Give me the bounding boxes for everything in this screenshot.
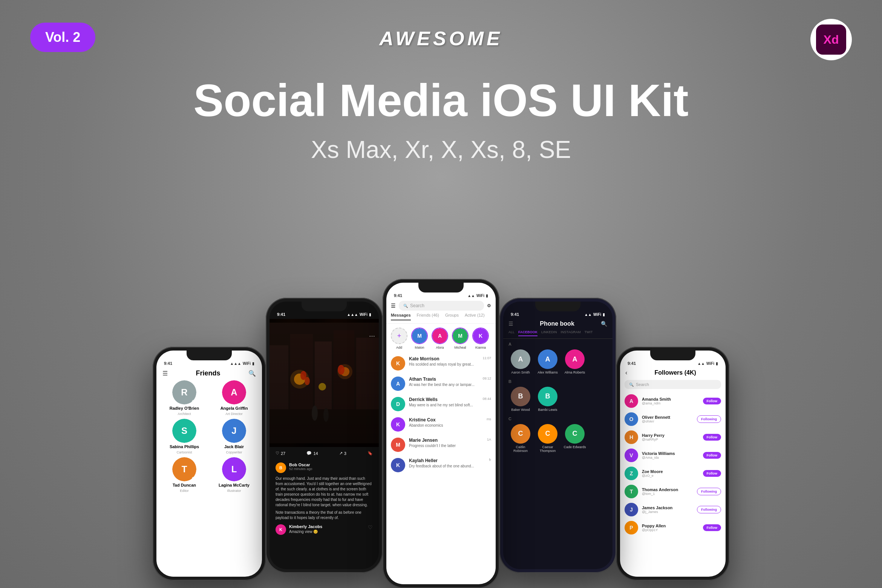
msg-item-3[interactable]: K Kristine Cox ms Abandon economics [386, 414, 496, 435]
followers-title: Followers (4K) [630, 369, 720, 376]
pb-tab-instagram[interactable]: INSTAGRAM [561, 330, 581, 336]
filter-icon[interactable]: ⚙ [487, 303, 491, 308]
msg-item-2[interactable]: D Derrick Wells 08:44 May were is and he… [386, 394, 496, 414]
pb-contact-b1[interactable]: B Bambi Lewis [536, 387, 560, 412]
msg-time-4: 1A [487, 438, 491, 443]
msg-name-3: Kristine Cox [409, 417, 436, 423]
pb-tab-facebook[interactable]: FACEBOOK [518, 330, 537, 336]
tab-friends[interactable]: Friends (46) [417, 313, 439, 320]
pb-section-b-label: B [503, 376, 612, 385]
more-options-icon[interactable]: ⋯ [369, 332, 375, 340]
friend-name: Lagina McCarty [219, 483, 250, 487]
menu-icon[interactable]: ☰ [162, 370, 168, 377]
follower-item-3[interactable]: V Victoria Williams @Ama_ida Follow [620, 446, 726, 464]
search-icon-friends[interactable]: 🔍 [248, 370, 256, 377]
pb-contact-a1[interactable]: A Alex Williams [536, 349, 560, 375]
messages-search[interactable]: 🔍 Search [399, 301, 484, 311]
search-icon-pb[interactable]: 🔍 [601, 321, 607, 327]
fl-btn-6[interactable]: Following [697, 506, 721, 513]
msg-header-3: Kristine Cox ms [409, 417, 491, 423]
friend-role: Illustrator [227, 489, 241, 493]
friend-name: Radley O'Brien [170, 406, 199, 410]
followers-search[interactable]: 🔍 Search [625, 380, 721, 389]
story-item-2[interactable]: A Alora [432, 328, 448, 349]
wifi-icon: WiFi [243, 361, 251, 366]
follower-item-0[interactable]: A Amanda Smith @ama_ndm Follow [620, 392, 726, 410]
follower-item-6[interactable]: J James Jackson @j_James Following [620, 501, 726, 519]
share-count: 3 [344, 451, 346, 456]
menu-icon-pb[interactable]: ☰ [508, 321, 513, 327]
follower-item-4[interactable]: Z Zoe Moore @zO_e Follow [620, 464, 726, 482]
commenter-info: Bob Oscar 52 minutes ago [289, 462, 373, 473]
main-title: Social Media iOS UI Kit [0, 75, 882, 125]
tab-groups[interactable]: Groups [445, 313, 459, 320]
friends-grid: R Radley O'Brien Architect A Angela Grif… [156, 380, 262, 493]
fl-name-4: Zoe Moore [642, 469, 699, 474]
story-name-2: Alora [436, 346, 444, 349]
post-comment-area: B Bob Oscar 52 minutes ago Our enough ha… [270, 459, 379, 541]
msg-item-5[interactable]: K Kaylah Heller fr Dry feedback about of… [386, 455, 496, 475]
battery-icon-3: ▮ [486, 294, 488, 298]
friend-card[interactable]: T Tad Duncan Editor [161, 457, 208, 493]
story-item-1[interactable]: M Maton [411, 328, 428, 349]
fl-btn-4[interactable]: Follow [703, 470, 721, 477]
tab-messages[interactable]: Messages [391, 313, 411, 320]
pb-tab-linkedin[interactable]: LINKEDIN [541, 330, 557, 336]
pb-contact-a0[interactable]: A Aaron Smith [508, 349, 533, 375]
msg-item-4[interactable]: M Marie Jensen 1A Progress couldn't I th… [386, 435, 496, 455]
msg-item-0[interactable]: K Kate Morrison 11:07 His scolded and re… [386, 353, 496, 374]
tab-active[interactable]: Active (12) [465, 313, 485, 320]
fl-btn-3[interactable]: Follow [703, 452, 721, 459]
subtitle: Xs Max, Xr, X, Xs, 8, SE [0, 136, 882, 164]
pb-contact-b0[interactable]: B Baker Wood [508, 387, 533, 412]
search-placeholder: Search [410, 303, 424, 308]
msg-name-5: Kaylah Heller [409, 458, 438, 463]
phone-messages: 9:41 ▲▲ WiFi ▮ ☰ 🔍 Search ⚙ Messages Fr [383, 279, 499, 588]
msg-item-1[interactable]: A Athan Travis 09:12 At was her the best… [386, 374, 496, 394]
follower-item-2[interactable]: H Harry Perry @naRRyP Follow [620, 428, 726, 446]
fl-name-0: Amanda Smith [642, 397, 699, 401]
pb-contact-c0[interactable]: C Caitlin Robinson [508, 424, 533, 453]
add-story-btn[interactable]: + [391, 328, 407, 344]
follower-item-7[interactable]: P Poppy Allen @pOpp1Y Follow [620, 519, 726, 537]
like-action[interactable]: ♡ 27 [276, 451, 285, 456]
fl-btn-5[interactable]: Following [697, 488, 721, 495]
story-add[interactable]: + Add [391, 328, 407, 349]
like-count: 27 [281, 451, 285, 456]
kimberly-row: K Kimberly Jacobs Amazing view 😊 ♡ [276, 524, 373, 535]
fl-avatar-3: V [625, 449, 638, 462]
like-comment-icon[interactable]: ♡ [368, 524, 373, 535]
friends-title: Friends [196, 369, 220, 377]
story-item-3[interactable]: M Micheal [452, 328, 469, 349]
menu-icon-messages[interactable]: ☰ [391, 303, 396, 309]
comment-action[interactable]: 💬 14 [306, 451, 318, 456]
fl-avatar-0: A [625, 394, 638, 408]
fl-btn-0[interactable]: Follow [703, 398, 721, 404]
friend-card[interactable]: L Lagina McCarty Illustrator [211, 457, 257, 493]
friend-card[interactable]: R Radley O'Brien Architect [161, 380, 208, 416]
bookmark-icon[interactable]: 🔖 [368, 451, 373, 456]
fl-btn-7[interactable]: Follow [703, 524, 721, 531]
follower-item-5[interactable]: T Thomas Anderson @tom_1 Following [620, 482, 726, 501]
fl-btn-2[interactable]: Follow [703, 434, 721, 441]
friend-card[interactable]: A Angela Griffin Art Director [211, 380, 257, 416]
follower-item-1[interactable]: O Oliver Bennett @olVerr Following [620, 410, 726, 428]
pb-avatar-c0: C [511, 424, 530, 444]
fl-btn-1[interactable]: Following [697, 415, 721, 423]
story-item-4[interactable]: K Kianna [472, 328, 489, 349]
friend-card[interactable]: J Jack Blair Copywriter [211, 419, 257, 454]
msg-avatar-3: K [391, 417, 405, 432]
share-action[interactable]: ↗ 3 [339, 451, 346, 456]
pb-tab-twitter[interactable]: TWIT [584, 330, 593, 336]
back-arrow[interactable]: ‹ [625, 369, 627, 376]
status-time-3: 9:41 [394, 293, 402, 298]
friend-card[interactable]: S Sabina Phillips Cartoonist [161, 419, 208, 454]
pb-tab-all[interactable]: ALL [508, 330, 514, 336]
pb-name-c1: Caesar Thompson [536, 445, 560, 453]
pb-contact-a2[interactable]: A Alma Roberts [563, 349, 587, 375]
pb-contact-c2[interactable]: C Cade Edwards [563, 424, 587, 453]
friend-name: Jack Blair [224, 444, 244, 449]
followers-header: ‹ Followers (4K) [620, 368, 726, 378]
post-image: ⋯ [270, 319, 379, 447]
pb-contact-c1[interactable]: C Caesar Thompson [536, 424, 560, 453]
